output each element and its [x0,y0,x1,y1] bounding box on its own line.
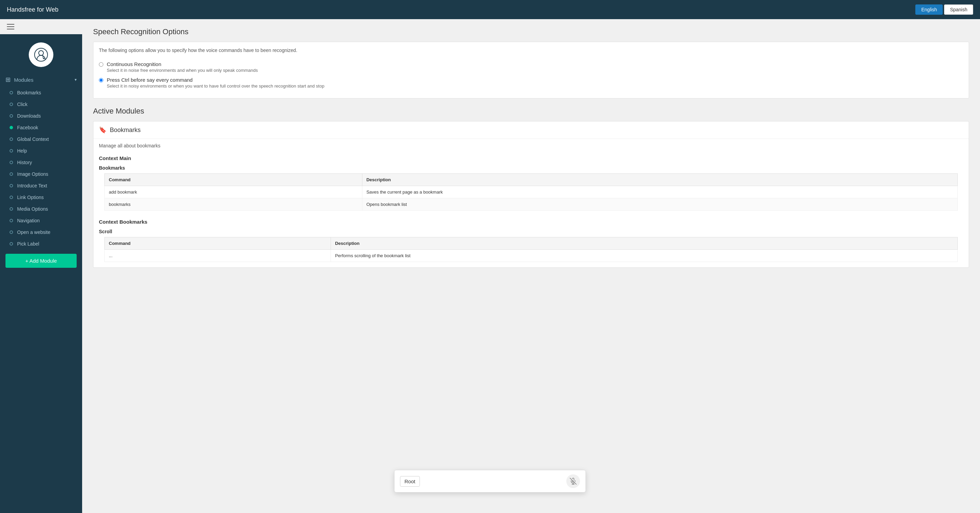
speech-recognition-box: The following options allow you to speci… [93,42,969,98]
sidebar-label-image-options: Image Options [17,172,48,177]
body-row: ⊞ Modules ▾ BookmarksClickDownloadsFaceb… [0,19,980,513]
sidebar-item-introduce-text[interactable]: Introduce Text [0,180,82,192]
voice-text-input[interactable] [424,478,562,484]
cmd-add-bookmark: add bookmark [105,186,363,199]
sidebar-item-help[interactable]: Help [0,145,82,157]
sidebar-label-navigation: Navigation [17,218,40,223]
context-bookmarks-table-wrapper: Command Description ... Performs scrolli… [94,237,969,267]
speech-recognition-title: Speech Recognition Options [93,27,969,36]
table-row: bookmarks Opens bookmark list [105,199,958,211]
sidebar-items-list: BookmarksClickDownloadsFacebookGlobal Co… [0,87,82,250]
context-bookmarks-title: Context Bookmarks [94,216,969,227]
cmd-bookmarks: bookmarks [105,199,363,211]
sidebar-label-history: History [17,160,32,165]
desc-add-bookmark: Saves the current page as a bookmark [362,186,958,199]
hamburger-menu-button[interactable] [7,24,14,29]
sidebar-hamburger-area [0,19,82,34]
english-lang-button[interactable]: English [915,5,943,15]
svg-point-1 [39,51,43,56]
sidebar-avatar-area [0,34,82,73]
radio-press-ctrl-label: Press Ctrl before say every command [107,77,325,83]
sidebar-label-global-context: Global Context [17,137,49,142]
sidebar-item-downloads[interactable]: Downloads [0,110,82,122]
sidebar-label-downloads: Downloads [17,113,41,119]
sidebar-dot-image-options [10,172,13,176]
sidebar-item-history[interactable]: History [0,157,82,168]
col-command-2: Command [105,237,331,250]
sidebar-item-link-options[interactable]: Link Options [0,192,82,203]
radio-press-ctrl: Press Ctrl before say every command Sele… [99,77,963,89]
table-row: add bookmark Saves the current page as a… [105,186,958,199]
sidebar-item-global-context[interactable]: Global Context [0,133,82,145]
col-description-2: Description [331,237,958,250]
sidebar-dot-global-context [10,138,13,141]
bookmarks-card-header: 🔖 Bookmarks [94,121,969,139]
table-row: ... Performs scrolling of the bookmark l… [105,250,958,262]
context-bookmarks-table: Command Description ... Performs scrolli… [104,237,958,262]
sidebar-label-link-options: Link Options [17,195,44,200]
sidebar-dot-introduce-text [10,184,13,187]
sidebar-item-facebook[interactable]: Facebook [0,122,82,133]
radio-press-ctrl-labels: Press Ctrl before say every command Sele… [107,77,325,89]
active-modules-title: Active Modules [93,107,969,116]
desc-scroll: Performs scrolling of the bookmark list [331,250,958,262]
radio-continuous-sublabel: Select it in noise free environments and… [107,68,258,73]
radio-continuous-input[interactable] [99,62,103,67]
app-header: Handsfree for Web English Spanish [0,0,980,19]
speech-recognition-description: The following options allow you to speci… [94,42,969,59]
app-container: Handsfree for Web English Spanish [0,0,980,513]
sidebar-dot-facebook [10,126,13,129]
bookmarks-card-title: Bookmarks [110,127,141,134]
sidebar-label-help: Help [17,148,27,154]
app-title: Handsfree for Web [7,6,59,13]
sidebar-item-pick-label[interactable]: Pick Label [0,238,82,250]
radio-press-ctrl-input[interactable] [99,78,103,83]
sidebar-dot-link-options [10,195,13,199]
sidebar-label-media-options: Media Options [17,206,48,212]
context-main-table: Command Description add bookmark Saves t… [104,173,958,211]
sidebar-item-media-options[interactable]: Media Options [0,203,82,215]
sidebar-item-open-website[interactable]: Open a website [0,226,82,238]
sidebar-dot-click [10,103,13,106]
svg-point-0 [35,48,48,61]
hamburger-line-3 [7,29,14,29]
hamburger-line-1 [7,24,14,25]
sidebar-label-click: Click [17,102,27,107]
sidebar-modules-header[interactable]: ⊞ Modules ▾ [0,73,82,87]
bookmarks-card-description: Manage all about bookmarks [94,139,969,152]
spanish-lang-button[interactable]: Spanish [944,5,973,15]
sidebar-item-bookmarks[interactable]: Bookmarks [0,87,82,98]
modules-chevron-icon: ▾ [75,77,76,82]
sidebar-label-pick-label: Pick Label [17,241,39,246]
svg-point-2 [43,58,45,59]
sidebar-dot-open-website [10,230,13,234]
context-bookmarks-subtitle: Scroll [94,227,969,237]
sidebar-dot-history [10,161,13,164]
radio-press-ctrl-sublabel: Select it in noisy environments or when … [107,83,325,89]
modules-icon: ⊞ [5,76,11,83]
context-main-table-wrapper: Command Description add bookmark Saves t… [94,173,969,216]
sidebar-dot-help [10,149,13,152]
voice-mic-button[interactable] [566,474,580,488]
context-main-subtitle: Bookmarks [94,164,969,173]
sidebar-dot-downloads [10,114,13,118]
avatar [29,43,53,67]
cmd-scroll: ... [105,250,331,262]
radio-continuous-label: Continuous Recognition [107,61,258,67]
voice-root-tag: Root [400,476,420,487]
radio-continuous-labels: Continuous Recognition Select it in nois… [107,61,258,73]
radio-continuous: Continuous Recognition Select it in nois… [99,61,963,73]
sidebar-item-click[interactable]: Click [0,98,82,110]
desc-bookmarks: Opens bookmark list [362,199,958,211]
sidebar-item-navigation[interactable]: Navigation [0,215,82,226]
main-content: Speech Recognition Options The following… [82,19,980,513]
sidebar-label-introduce-text: Introduce Text [17,183,47,189]
add-module-button[interactable]: + Add Module [5,254,76,268]
sidebar-label-open-website: Open a website [17,229,50,235]
modules-label: Modules [14,77,33,83]
sidebar-item-image-options[interactable]: Image Options [0,168,82,180]
hamburger-line-2 [7,26,14,27]
sidebar-label-facebook: Facebook [17,125,38,130]
bookmarks-module-card: 🔖 Bookmarks Manage all about bookmarks C… [93,121,969,268]
sidebar: ⊞ Modules ▾ BookmarksClickDownloadsFaceb… [0,19,82,513]
